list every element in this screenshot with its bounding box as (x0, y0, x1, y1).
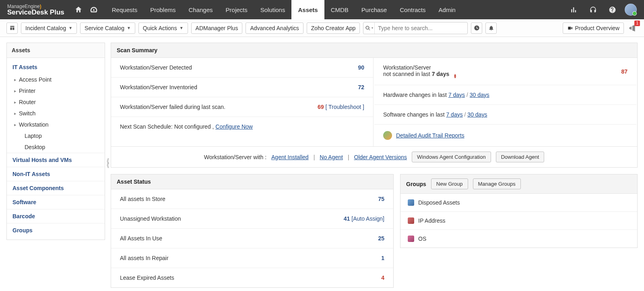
new-group-button[interactable]: New Group (431, 178, 468, 189)
help-icon[interactable] (605, 3, 619, 16)
scan-footer: Workstation/Server with : Agent Installe… (111, 146, 637, 167)
group-item-disposed[interactable]: Disposed Assets (400, 194, 637, 212)
row-label: Workstation/Server Detected (120, 64, 192, 71)
sidebar-title: Assets (7, 43, 105, 58)
group-item-ip[interactable]: IP Address (400, 212, 637, 230)
user-avatar[interactable] (625, 4, 637, 16)
tree-router[interactable]: ▸Router (7, 96, 105, 108)
row-value[interactable]: 75 (378, 196, 384, 202)
sidebar-group-groups[interactable]: Groups (7, 223, 105, 237)
search-input[interactable] (375, 25, 467, 31)
configure-now-link[interactable]: Configure Now (215, 123, 253, 130)
chevron-down-icon: ▼ (68, 26, 72, 30)
nav-tab-projects[interactable]: Projects (219, 0, 254, 19)
action-toolbar: Incident Catalog▼ Service Catalog▼ Quick… (0, 19, 644, 37)
row-value[interactable]: 90 (358, 64, 364, 71)
zoho-creator-button[interactable]: Zoho Creator App (307, 23, 360, 34)
nav-tab-purchase[interactable]: Purchase (355, 0, 393, 19)
audit-trail-link[interactable]: Detailed Audit Trail Reports (396, 132, 464, 139)
main-column: ⟨⟨⟨⟨ Scan Summary Workstation/Server Det… (111, 43, 638, 288)
download-agent-button[interactable]: Download Agent (496, 152, 545, 162)
nav-tab-admin[interactable]: Admin (432, 0, 462, 19)
report-icon (383, 131, 392, 140)
group-icon (408, 199, 414, 206)
row-value[interactable]: 87 (621, 68, 627, 75)
sidebar-group-virtual-hosts[interactable]: Virtual Hosts and VMs (7, 153, 105, 167)
nav-tab-cmdb[interactable]: CMDB (324, 0, 355, 19)
tree-label: Router (19, 99, 36, 105)
template-icon[interactable] (6, 23, 18, 34)
nav-tab-problems[interactable]: Problems (144, 0, 182, 19)
product-overview-button[interactable]: Product Overview (563, 23, 624, 34)
incident-catalog-label: Incident Catalog (25, 25, 66, 31)
scan-schedule-row: Next Scan Schedule: Not configured , Con… (111, 117, 373, 136)
group-icon (408, 217, 414, 224)
collapse-handle-icon[interactable]: ⟨⟨⟨⟨ (106, 159, 108, 167)
asset-status-row: Lease Expired Assets 4 (111, 268, 393, 287)
sidebar-group-barcode[interactable]: Barcode (7, 209, 105, 223)
tree-workstation[interactable]: ▸Workstation (7, 119, 105, 130)
sidebar-group-non-it[interactable]: Non-IT Assets (7, 167, 105, 181)
tree-label: Printer (19, 88, 35, 94)
no-agent-link[interactable]: No Agent (320, 154, 343, 160)
sidebar-group-software[interactable]: Software (7, 195, 105, 209)
row-value[interactable]: 1 (381, 255, 384, 261)
scan-inventoried-row: Workstation/Server Inventoried 72 (111, 78, 373, 97)
tree-access-point[interactable]: ▸Access Point (7, 74, 105, 85)
advanced-analytics-button[interactable]: Advanced Analytics (246, 23, 303, 34)
audit-report-row: Detailed Audit Trail Reports (374, 125, 636, 146)
row-value[interactable]: 4 (381, 275, 384, 281)
nav-tab-changes[interactable]: Changes (182, 0, 219, 19)
notification-bell-icon[interactable] (485, 23, 497, 34)
headset-icon[interactable] (586, 3, 600, 16)
quick-actions-dropdown[interactable]: Quick Actions▼ (138, 23, 188, 34)
brand-bottom-text: ServiceDesk Plus (7, 9, 64, 16)
troubleshoot-link[interactable]: [ Troubleshoot ] (325, 104, 364, 110)
nav-tab-solutions[interactable]: Solutions (254, 0, 292, 19)
row-value[interactable]: 41 (344, 215, 350, 222)
assets-sidebar: Assets IT Assets ▸Access Point ▸Printer … (6, 43, 105, 240)
auto-assign-link[interactable]: [Auto Assign] (351, 215, 384, 222)
caret-right-icon: ▸ (14, 100, 19, 105)
nav-tab-contracts[interactable]: Contracts (393, 0, 432, 19)
row-label: Software changes in last (383, 111, 445, 118)
hw-30days-link[interactable]: 30 days (470, 92, 489, 98)
row-value[interactable]: 25 (378, 235, 384, 242)
tree-printer[interactable]: ▸Printer (7, 85, 105, 96)
chart-icon[interactable] (567, 3, 580, 16)
nav-tab-assets[interactable]: Assets (291, 0, 324, 19)
sort-icon[interactable]: ▲▼ (453, 74, 457, 78)
scan-right-column: Workstation/Server not scanned in last 7… (374, 58, 637, 146)
groups-title: Groups (406, 181, 426, 187)
hw-7days-link[interactable]: 7 days (448, 92, 465, 98)
caret-right-icon: ▸ (14, 88, 19, 94)
home-icon[interactable] (72, 3, 85, 16)
page-content: Assets IT Assets ▸Access Point ▸Printer … (0, 37, 644, 291)
tree-label: Desktop (25, 144, 45, 150)
row-value[interactable]: 72 (358, 84, 364, 90)
groups-panel-header: Groups New Group Manage Groups (400, 174, 637, 194)
group-item-os[interactable]: OS (400, 230, 637, 248)
incident-catalog-dropdown[interactable]: Incident Catalog▼ (21, 23, 77, 34)
sw-30days-link[interactable]: 30 days (467, 111, 487, 118)
global-search[interactable]: ▾ (363, 22, 468, 34)
recent-items-icon[interactable] (471, 23, 482, 34)
service-catalog-dropdown[interactable]: Service Catalog▼ (80, 23, 135, 34)
sidebar-group-it-assets[interactable]: IT Assets (7, 60, 105, 74)
tree-laptop[interactable]: Laptop (7, 130, 105, 141)
row-value[interactable]: 69 (318, 104, 324, 110)
manage-groups-button[interactable]: Manage Groups (473, 178, 521, 189)
sw-changes-row: Software changes in last 7 days / 30 day… (374, 105, 636, 125)
search-scope-dropdown[interactable]: ▾ (363, 23, 375, 34)
admanager-button[interactable]: ADManager Plus (191, 23, 243, 34)
agent-installed-link[interactable]: Agent Installed (271, 154, 309, 160)
older-agent-link[interactable]: Older Agent Versions (354, 154, 407, 160)
tree-desktop[interactable]: Desktop (7, 141, 105, 153)
gauge-icon[interactable] (87, 3, 101, 16)
windows-agent-config-button[interactable]: Windows Agent Configuration (412, 152, 491, 162)
sidebar-group-components[interactable]: Asset Components (7, 181, 105, 195)
announcement-icon[interactable]: 1 (627, 23, 638, 33)
nav-tab-requests[interactable]: Requests (105, 0, 144, 19)
sw-7days-link[interactable]: 7 days (446, 111, 462, 118)
tree-switch[interactable]: ▸Switch (7, 108, 105, 119)
